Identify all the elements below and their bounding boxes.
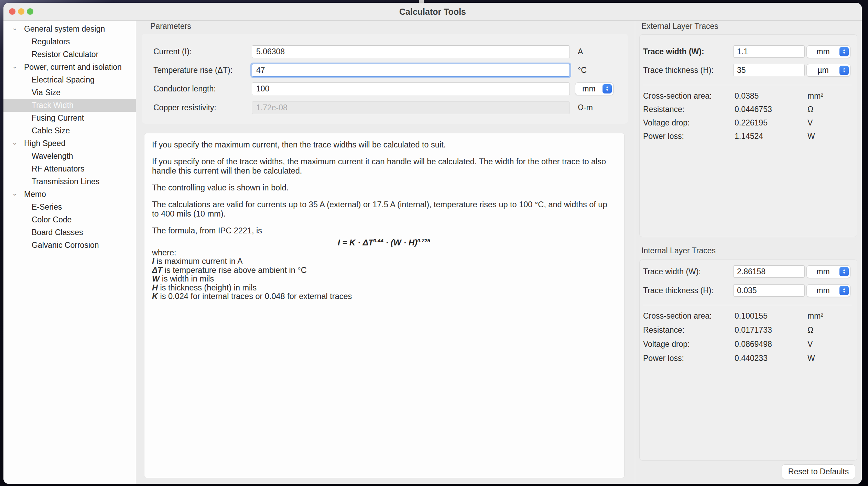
sidebar-item-wavelength[interactable]: Wavelength <box>3 150 136 163</box>
external-trace-width-row: Trace width (W): mm ▲▼ <box>635 45 862 58</box>
titlebar[interactable]: Calculator Tools <box>3 3 862 21</box>
sidebar-item-fusing-current[interactable]: Fusing Current <box>3 112 136 124</box>
reset-to-defaults-button[interactable]: Reset to Defaults <box>782 465 855 479</box>
stepper-icon[interactable]: ▲▼ <box>839 267 849 276</box>
temperature-rise-row: Temperature rise (ΔT): °C <box>136 63 635 77</box>
conductor-length-input[interactable] <box>252 82 570 95</box>
sidebar-item-cable-size[interactable]: Cable Size <box>3 124 136 137</box>
sidebar-item-galvanic-corrosion[interactable]: Galvanic Corrosion <box>3 239 136 252</box>
formula-definitions: where: I is maximum current in A ΔT is t… <box>152 248 616 301</box>
chevron-down-icon[interactable]: ⌄ <box>10 24 19 32</box>
help-text-box: If you specify the maximum current, then… <box>144 133 624 478</box>
sidebar-item-regulators[interactable]: Regulators <box>3 35 136 48</box>
window-title: Calculator Tools <box>3 7 862 17</box>
track-width-main-panel: Parameters Current (I): A Temperature ri… <box>136 21 635 484</box>
sidebar-item-track-width[interactable]: Track Width <box>3 99 136 112</box>
ipc2221-formula: I = K · ΔT0.44 · (W · H)0.725 <box>152 236 616 247</box>
help-paragraph: The controlling value is shown in bold. <box>152 183 616 192</box>
internal-trace-thickness-unit-dropdown[interactable]: mm ▲▼ <box>807 285 850 297</box>
chevron-down-icon[interactable]: ⌄ <box>10 62 19 70</box>
external-trace-width-input[interactable] <box>733 45 805 58</box>
copper-resistivity-row: Copper resistivity: Ω·m <box>136 101 635 114</box>
formula-intro: The formula, from IPC 2221, is <box>152 226 616 235</box>
temperature-rise-input[interactable] <box>252 64 570 77</box>
conductor-length-row: Conductor length: mm ▲▼ <box>136 82 635 96</box>
resistivity-unit-label: Ω·m <box>578 103 593 112</box>
sidebar-item-color-code[interactable]: Color Code <box>3 213 136 226</box>
chevron-down-icon[interactable]: ⌄ <box>10 138 19 146</box>
copper-resistivity-input <box>252 101 570 114</box>
sidebar-item-electrical-spacing[interactable]: Electrical Spacing <box>3 74 136 86</box>
sidebar-item-high-speed[interactable]: ⌄ High Speed <box>3 137 136 150</box>
conductor-length-unit-dropdown[interactable]: mm ▲▼ <box>575 83 613 95</box>
sidebar-item-power-current-isolation[interactable]: ⌄ Power, current and isolation <box>3 61 136 74</box>
external-trace-thickness-row: Trace thickness (H): µm ▲▼ <box>635 63 862 77</box>
internal-resistance-row: Resistance: 0.0171733 Ω <box>635 323 862 337</box>
stepper-icon[interactable]: ▲▼ <box>839 286 849 295</box>
internal-trace-width-unit-dropdown[interactable]: mm ▲▼ <box>807 266 850 278</box>
sidebar-item-resistor-calculator[interactable]: Resistor Calculator <box>3 48 136 61</box>
sidebar-item-general-system-design[interactable]: ⌄ General system design <box>3 23 136 35</box>
sidebar-item-e-series[interactable]: E-Series <box>3 201 136 213</box>
current-input[interactable] <box>252 45 570 58</box>
internal-trace-width-input[interactable] <box>733 265 805 278</box>
current-unit-label: A <box>578 47 583 56</box>
calculator-tools-window: Calculator Tools ⌄ General system design… <box>3 3 862 484</box>
temperature-unit-label: °C <box>578 66 587 75</box>
parameters-section-title: Parameters <box>150 22 191 31</box>
external-cross-section-row: Cross-section area: 0.0385 mm² <box>635 89 862 103</box>
traces-results-panel: External Layer Traces Trace width (W): m… <box>635 21 862 484</box>
external-voltage-drop-row: Voltage drop: 0.226195 V <box>635 116 862 130</box>
separator <box>643 305 852 305</box>
internal-trace-thickness-input[interactable] <box>733 284 805 297</box>
chevron-down-icon[interactable]: ⌄ <box>10 189 19 197</box>
sidebar-item-memo[interactable]: ⌄ Memo <box>3 188 136 201</box>
help-paragraph: The calculations are valid for currents … <box>152 200 616 219</box>
help-paragraph: If you specify the maximum current, then… <box>152 140 616 150</box>
external-traces-title: External Layer Traces <box>641 22 718 31</box>
external-power-loss-row: Power loss: 1.14524 W <box>635 129 862 143</box>
external-resistance-row: Resistance: 0.0446753 Ω <box>635 102 862 116</box>
stepper-icon[interactable]: ▲▼ <box>603 84 612 93</box>
sidebar-item-board-classes[interactable]: Board Classes <box>3 226 136 239</box>
internal-power-loss-row: Power loss: 0.440233 W <box>635 351 862 365</box>
external-trace-thickness-unit-dropdown[interactable]: µm ▲▼ <box>807 64 850 76</box>
internal-trace-thickness-row: Trace thickness (H): mm ▲▼ <box>635 284 862 297</box>
help-paragraph: If you specify one of the trace widths, … <box>152 157 616 176</box>
current-row: Current (I): A <box>136 45 635 58</box>
stepper-icon[interactable]: ▲▼ <box>839 66 849 75</box>
sidebar-item-rf-attenuators[interactable]: RF Attenuators <box>3 163 136 175</box>
external-trace-thickness-input[interactable] <box>733 64 805 76</box>
external-trace-width-unit-dropdown[interactable]: mm ▲▼ <box>807 46 850 58</box>
internal-traces-title: Internal Layer Traces <box>641 246 716 255</box>
sidebar-item-transmission-lines[interactable]: Transmission Lines <box>3 175 136 188</box>
calculator-tree-sidebar: ⌄ General system design Regulators Resis… <box>3 21 136 484</box>
internal-cross-section-row: Cross-section area: 0.100155 mm² <box>635 309 862 323</box>
internal-trace-width-row: Trace width (W): mm ▲▼ <box>635 265 862 278</box>
separator <box>643 85 852 85</box>
stepper-icon[interactable]: ▲▼ <box>839 47 849 56</box>
sidebar-item-via-size[interactable]: Via Size <box>3 86 136 99</box>
internal-voltage-drop-row: Voltage drop: 0.0869498 V <box>635 337 862 351</box>
